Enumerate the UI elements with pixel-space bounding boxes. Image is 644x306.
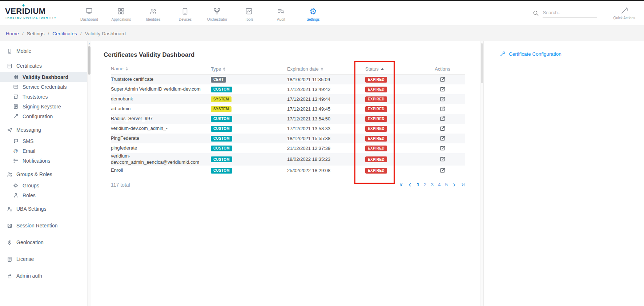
sidebar-item-uba-settings[interactable]: UBA Settings: [0, 203, 91, 215]
cert-name: Enroll: [111, 167, 211, 174]
view-details-button[interactable]: [440, 96, 445, 102]
cert-name: PingFederate: [111, 135, 211, 142]
sidebar-item-label: Truststores: [23, 94, 48, 100]
sidebar-item-signing-keystore[interactable]: Signing Keystore: [0, 102, 91, 111]
table-row: veridium-dev.com_admin_- CUSTOM 17/12/20…: [111, 124, 465, 134]
sort-ascending-icon: [381, 68, 384, 70]
table-header-row: Name Type Expiration date Status Actions: [111, 64, 465, 75]
column-header-type[interactable]: Type: [211, 66, 287, 72]
breadcrumb: Home / Settings / Certificates / Validit…: [0, 26, 644, 41]
page-number-3[interactable]: 3: [431, 182, 434, 187]
sidebar-item-admin-auth[interactable]: Admin auth: [0, 270, 91, 282]
main-scrollbar[interactable]: [480, 41, 483, 306]
settings-gear-icon: ⚙: [309, 7, 317, 16]
logo-tagline: TRUSTED DIGITAL IDENTITY: [5, 16, 56, 19]
search-icon: [533, 10, 539, 16]
sidebar-item-mobile[interactable]: Mobile: [0, 45, 91, 57]
nav-label: Dashboard: [80, 17, 98, 21]
view-details-button[interactable]: [440, 168, 445, 173]
sidebar-item-groups[interactable]: Groups: [0, 180, 91, 190]
sidebar-scrollbar-thumb[interactable]: [88, 46, 90, 75]
breadcrumb-certificates[interactable]: Certificates: [52, 31, 77, 36]
last-page-button[interactable]: [461, 183, 465, 187]
mobile-icon: [7, 48, 12, 54]
veridium-logo[interactable]: VERIDIUM TRUSTED DIGITAL IDENTITY: [5, 7, 56, 19]
logo-text: VERIDIUM: [5, 7, 56, 15]
first-page-button[interactable]: [399, 183, 403, 187]
table-body: Truststore certificate CERT 18/10/2021 1…: [111, 75, 465, 175]
sidebar-item-notifications[interactable]: Notifications: [0, 156, 91, 166]
nav-item-settings[interactable]: ⚙ Settings: [297, 5, 329, 21]
sidebar-item-service-credentials[interactable]: Service Credentials: [0, 82, 91, 92]
page-number-5[interactable]: 5: [445, 182, 448, 187]
sidebar-item-email[interactable]: @ Email: [0, 146, 91, 156]
sidebar-item-session-retention[interactable]: Session Retention: [0, 219, 91, 232]
main-scrollbar-thumb[interactable]: [481, 43, 483, 83]
content-layout: Mobile Certificates Validity Dashboard S…: [0, 41, 644, 306]
sidebar-item-geolocation[interactable]: Geolocation: [0, 236, 91, 249]
search-input[interactable]: [543, 10, 597, 15]
sidebar-item-label: Messaging: [16, 127, 41, 133]
sidebar-item-label: Service Credentials: [23, 84, 67, 90]
nav-item-audit[interactable]: Audit: [265, 5, 297, 21]
sidebar-item-roles[interactable]: Roles: [0, 190, 91, 200]
nav-item-dashboard[interactable]: Dashboard: [73, 5, 105, 21]
status-badge: EXPIRED: [365, 96, 387, 102]
sidebar-item-label: Configuration: [23, 114, 53, 119]
certificate-configuration-link[interactable]: Certificate Configuration: [500, 51, 644, 57]
next-page-button[interactable]: [452, 183, 456, 187]
sidebar-item-label: Session Retention: [16, 223, 58, 228]
page-number-1[interactable]: 1: [416, 182, 419, 187]
page-number-2[interactable]: 2: [424, 182, 427, 187]
quick-actions-label: Quick Actions: [613, 16, 635, 20]
right-panel: Certificate Configuration: [483, 41, 644, 306]
sidebar-item-validity-dashboard[interactable]: Validity Dashboard: [0, 72, 91, 82]
page-number-4[interactable]: 4: [438, 182, 441, 187]
nav-item-identities[interactable]: Identities: [137, 5, 169, 21]
map-pin-icon: [7, 239, 12, 245]
quick-actions-button[interactable]: Quick Actions: [613, 7, 635, 20]
table-row: Enroll CUSTOM 25/02/2022 18:29:08 EXPIRE…: [111, 166, 465, 175]
sidebar-scrollbar[interactable]: ▲: [87, 41, 91, 306]
sidebar-item-truststores[interactable]: Truststores: [0, 92, 91, 102]
sidebar-item-label: Validity Dashboard: [23, 74, 68, 80]
scrollbar-up-arrow[interactable]: ▲: [88, 41, 91, 45]
breadcrumb-home[interactable]: Home: [6, 31, 19, 36]
view-details-button[interactable]: [440, 146, 445, 151]
nav-label: Orchestrator: [207, 17, 228, 21]
person-icon: [13, 192, 19, 198]
column-header-status[interactable]: Status: [365, 66, 420, 72]
sidebar-item-groups-roles[interactable]: Groups & Roles: [0, 168, 91, 180]
nav-item-applications[interactable]: Applications: [105, 5, 137, 21]
view-details-button[interactable]: [440, 106, 445, 112]
view-details-button[interactable]: [440, 136, 445, 141]
sidebar-item-configuration[interactable]: Configuration: [0, 111, 91, 121]
status-badge: EXPIRED: [365, 156, 387, 162]
column-header-name[interactable]: Name: [111, 66, 211, 72]
nav-item-devices[interactable]: Devices: [169, 5, 201, 21]
expiration-date: 25/02/2022 18:29:08: [287, 168, 365, 173]
column-header-expiration-date[interactable]: Expiration date: [287, 66, 365, 72]
view-details-button[interactable]: [440, 116, 445, 122]
sidebar-item-certificates[interactable]: Certificates: [0, 60, 91, 72]
column-header-actions: Actions: [420, 66, 465, 72]
nav-item-tools[interactable]: Tools: [233, 5, 265, 21]
view-details-button[interactable]: [440, 87, 445, 92]
credentials-card-icon: [13, 84, 19, 90]
view-details-button[interactable]: [440, 156, 445, 162]
type-badge: SYSTEM: [211, 96, 232, 102]
nav-item-orchestrator[interactable]: Orchestrator: [201, 5, 233, 21]
breadcrumb-current-page: Validity Dashboard: [85, 31, 126, 36]
type-badge: SYSTEM: [211, 106, 232, 112]
type-badge: CUSTOM: [211, 116, 232, 122]
view-details-button[interactable]: [440, 126, 445, 131]
expiration-date: 21/12/2021 12:37:39: [287, 146, 365, 151]
sidebar-item-label: Roles: [23, 192, 36, 198]
sidebar-item-license[interactable]: License: [0, 253, 91, 265]
previous-page-button[interactable]: [408, 183, 412, 187]
view-details-button[interactable]: [440, 77, 445, 82]
sidebar-item-sms[interactable]: SMS: [0, 136, 91, 146]
sidebar-item-messaging[interactable]: Messaging: [0, 124, 91, 136]
identities-icon: [149, 7, 157, 16]
primary-nav: Dashboard Applications Identities Device…: [73, 5, 329, 21]
